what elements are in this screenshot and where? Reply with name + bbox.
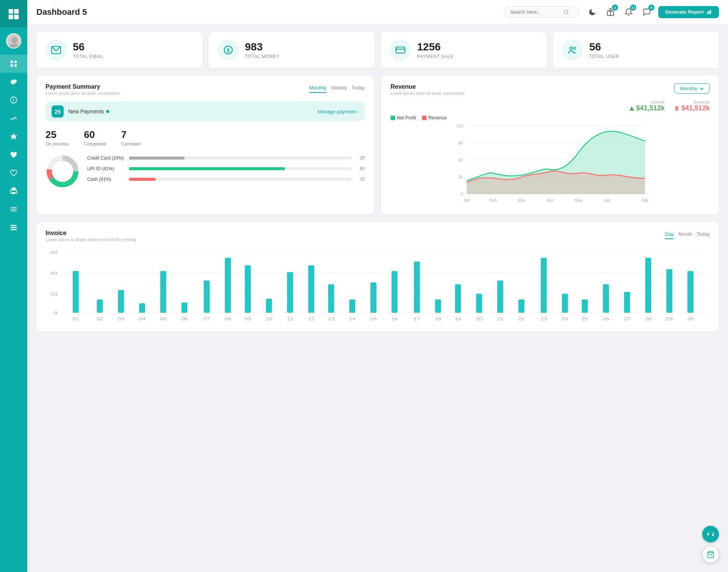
tab-day[interactable]: Day	[665, 230, 674, 239]
legend-revenue: Revenue	[422, 115, 447, 121]
svg-text:25: 25	[581, 317, 588, 321]
moon-icon	[588, 8, 596, 16]
income-value: $41,512k	[636, 104, 665, 112]
income-item: Income $41,512k	[629, 100, 665, 112]
svg-text:Feb: Feb	[490, 198, 497, 202]
svg-text:02: 02	[96, 317, 103, 321]
svg-rect-82	[370, 282, 377, 313]
list-icon	[9, 223, 18, 232]
svg-text:Jun: Jun	[604, 198, 610, 202]
svg-text:24: 24	[562, 317, 568, 321]
sidebar-item-menu[interactable]	[0, 200, 27, 218]
heart-icon	[9, 150, 18, 159]
tab-weekly[interactable]: Weekly	[331, 83, 347, 93]
svg-rect-84	[414, 262, 420, 313]
stat-card-email: 56 TOTAL EMAIL	[36, 32, 202, 68]
svg-rect-96	[666, 269, 672, 313]
search-box[interactable]	[504, 6, 579, 18]
svg-rect-70	[118, 290, 124, 313]
svg-text:09: 09	[245, 317, 251, 321]
svg-text:Mar: Mar	[518, 198, 526, 202]
avatar[interactable]	[6, 33, 21, 49]
tab-month[interactable]: Month	[678, 230, 692, 239]
svg-marker-41	[629, 106, 634, 111]
generate-report-button[interactable]: Generate Report	[658, 6, 719, 18]
revenue-card: Revenue Lorem ipsum dolor sit amet, cons…	[381, 76, 719, 215]
tab-today[interactable]: Today	[351, 83, 365, 93]
svg-text:21: 21	[497, 317, 504, 321]
svg-rect-0	[9, 9, 13, 14]
revenue-title-block: Revenue Lorem ipsum dolor sit amet, cons…	[391, 83, 465, 96]
donut-svg	[46, 154, 80, 188]
money-icon-wrap: $	[218, 39, 239, 61]
card-icon-wrap	[390, 39, 411, 61]
svg-rect-86	[455, 284, 461, 313]
invoice-header: Invoice Lorem ipsum is simply dummy text…	[46, 230, 710, 242]
payment-bottom-row: Credit Card (24%) 25 UPI ID (41%) 60	[46, 154, 365, 188]
revenue-header: Revenue Lorem ipsum dolor sit amet, cons…	[391, 83, 710, 112]
new-payments-left: 25 New Payments	[52, 105, 109, 118]
middle-row: Payment Summary Lorem ipsum dolor sit am…	[36, 76, 719, 215]
revenue-right: Monthly Income $41,512k	[629, 83, 710, 112]
invoice-tabs: Day Month Today	[665, 230, 710, 239]
payment-summary-card: Payment Summary Lorem ipsum dolor sit am…	[36, 76, 374, 215]
stat-value-payment: 1256	[417, 41, 453, 53]
svg-rect-12	[13, 99, 14, 99]
sidebar-item-list[interactable]	[0, 218, 27, 237]
stat-label-email: TOTAL EMAIL	[73, 54, 104, 59]
message-btn[interactable]: 5	[640, 5, 654, 19]
sidebar-item-settings[interactable]	[0, 73, 27, 91]
bar-upi: UPI ID (41%) 60	[87, 166, 365, 171]
svg-rect-90	[541, 258, 547, 313]
svg-text:05: 05	[160, 317, 167, 321]
svg-marker-13	[10, 133, 17, 139]
print-icon	[9, 187, 18, 195]
svg-rect-78	[287, 272, 293, 313]
user-icon-wrap	[562, 39, 583, 61]
legend-dot-profit	[391, 116, 395, 120]
svg-rect-20	[11, 225, 17, 226]
main-content: Dashboard 5 2 12 5 Generate Report	[27, 0, 728, 572]
svg-rect-72	[160, 271, 166, 313]
revenue-filter-btn[interactable]: Monthly	[674, 83, 710, 94]
menu-icon	[9, 205, 18, 213]
svg-text:90: 90	[458, 141, 463, 145]
badge2: 12	[630, 5, 636, 11]
stat-canceled: 7 Canceled	[121, 129, 140, 147]
stat-cards: 56 TOTAL EMAIL $ 983 TOTAL MONEY 1256	[36, 32, 719, 68]
sidebar-item-print[interactable]	[0, 182, 27, 200]
svg-text:11: 11	[287, 317, 293, 321]
invoice-card: Invoice Lorem ipsum is simply dummy text…	[36, 222, 719, 331]
support-float-btn[interactable]	[702, 526, 719, 542]
chevron-down-icon	[700, 86, 704, 91]
sidebar-item-star[interactable]	[0, 127, 27, 146]
search-input[interactable]	[510, 9, 563, 15]
svg-text:30: 30	[687, 317, 694, 321]
sidebar-item-dashboard[interactable]	[0, 55, 27, 73]
invoice-title-block: Invoice Lorem ipsum is simply dummy text…	[46, 230, 136, 242]
svg-text:18: 18	[435, 317, 441, 321]
sidebar-item-heart[interactable]	[0, 146, 27, 164]
grid-icon	[9, 60, 18, 68]
np-badge: 25	[52, 105, 64, 118]
notification-btn1[interactable]: 2	[604, 5, 617, 19]
sidebar-item-chart[interactable]	[0, 109, 27, 127]
users-icon	[567, 45, 578, 55]
dark-mode-btn[interactable]	[585, 5, 599, 19]
svg-rect-17	[11, 207, 17, 208]
svg-text:26: 26	[602, 317, 609, 321]
stat-on-process: 25 On process	[46, 129, 69, 147]
header: Dashboard 5 2 12 5 Generate Report	[27, 0, 728, 24]
notification-btn2[interactable]: 12	[622, 5, 635, 19]
sidebar-item-heart2[interactable]	[0, 164, 27, 182]
payment-summary-header: Payment Summary Lorem ipsum dolor sit am…	[46, 83, 365, 96]
manage-payment-link[interactable]: Manage payment ›	[318, 109, 359, 114]
tab-today[interactable]: Today	[697, 230, 710, 239]
svg-rect-88	[497, 281, 503, 313]
stat-card-money: $ 983 TOTAL MONEY	[209, 32, 375, 68]
tab-monthly[interactable]: Monthly	[309, 83, 326, 93]
sidebar-item-info[interactable]	[0, 91, 27, 109]
svg-rect-94	[624, 292, 630, 313]
svg-rect-18	[11, 209, 17, 210]
cart-float-btn[interactable]	[702, 546, 719, 563]
